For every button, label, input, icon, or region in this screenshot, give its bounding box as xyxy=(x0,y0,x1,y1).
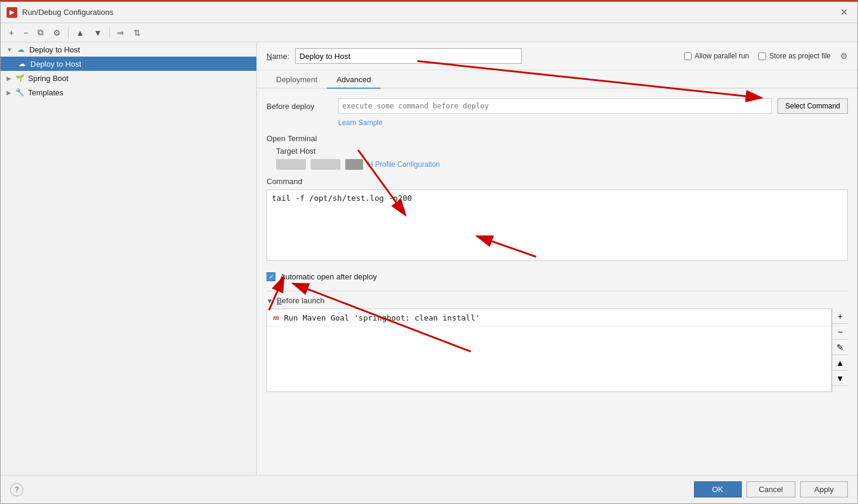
target-host-row: H Profile Configuration xyxy=(276,159,848,170)
separator-1 xyxy=(68,27,69,38)
allow-parallel-run-checkbox[interactable] xyxy=(684,52,692,60)
store-as-project-file-label: Store as project file xyxy=(769,52,831,60)
sidebar-item-label: Deploy to Host xyxy=(29,45,80,54)
sidebar-item-templates-label: Templates xyxy=(28,88,63,97)
tab-deployment[interactable]: Deployment xyxy=(267,70,327,89)
launch-remove-button[interactable]: − xyxy=(832,324,848,340)
remove-button[interactable]: − xyxy=(20,27,32,39)
settings-button[interactable]: ⚙ xyxy=(49,27,64,39)
auto-open-label: Automatic open after deploy xyxy=(280,272,377,281)
store-as-project-file-group: Store as project file xyxy=(758,52,831,60)
copy-button[interactable]: ⧉ xyxy=(34,26,47,39)
before-deploy-row: Before deploy Select Command xyxy=(267,98,848,114)
before-launch-header[interactable]: ▼ Before launch xyxy=(267,291,848,309)
name-label: Name: xyxy=(267,52,289,61)
target-host-label: Target Host xyxy=(276,147,848,155)
toolbar: + − ⧉ ⚙ ▲ ▼ ⇒ ⇅ xyxy=(1,23,857,42)
spring-icon: 🌱 xyxy=(15,73,24,83)
add-button[interactable]: + xyxy=(5,27,17,39)
spring-caret-icon: ▶ xyxy=(7,75,11,82)
separator-2 xyxy=(109,27,110,38)
select-command-button[interactable]: Select Command xyxy=(778,98,848,114)
launch-item-label: Run Maven Goal 'springboot: clean instal… xyxy=(284,313,480,322)
name-input[interactable] xyxy=(295,48,522,64)
tab-advanced[interactable]: Advanced xyxy=(327,70,380,89)
sidebar-item-spring-label: Spring Boot xyxy=(28,74,69,83)
host-chip-1 xyxy=(276,159,306,170)
before-launch-caret-icon: ▼ xyxy=(267,297,273,304)
down-button[interactable]: ▼ xyxy=(90,27,106,39)
run-debug-configurations-dialog: ▶ Run/Debug Configurations ✕ + − ⧉ ⚙ ▲ ▼… xyxy=(0,0,858,504)
launch-up-button[interactable]: ▲ xyxy=(832,355,848,371)
gear-icon[interactable]: ⚙ xyxy=(840,51,848,61)
sort-button[interactable]: ⇅ xyxy=(130,27,144,39)
learn-sample-link[interactable]: Learn Sample xyxy=(338,119,848,127)
templates-icon: 🔧 xyxy=(15,88,24,97)
help-button[interactable]: ? xyxy=(10,483,23,496)
sidebar-item-spring-boot[interactable]: ▶ 🌱 Spring Boot xyxy=(1,71,256,85)
panel-content: Before deploy Select Command Learn Sampl… xyxy=(257,89,857,475)
open-terminal-label: Open Terminal xyxy=(267,134,848,143)
bottom-actions: OK Cancel Apply xyxy=(694,481,848,497)
name-row: Name: Allow parallel run Store as projec… xyxy=(257,42,857,70)
sidebar: ▼ ☁ Deploy to Host ☁ Deploy to Host ▶ 🌱 … xyxy=(1,42,257,475)
launch-list-controls: + − ✎ ▲ ▼ xyxy=(832,309,848,392)
before-launch-section: ▼ Before launch m Run Maven Goal 'spring… xyxy=(267,291,848,392)
name-options: Allow parallel run Store as project file… xyxy=(684,51,848,61)
dialog-title: Run/Debug Configurations xyxy=(22,8,832,17)
bottom-bar: ? OK Cancel Apply xyxy=(1,475,857,503)
launch-add-button[interactable]: + xyxy=(832,309,848,324)
main-content: ▼ ☁ Deploy to Host ☁ Deploy to Host ▶ 🌱 … xyxy=(1,42,857,475)
right-panel: Name: Allow parallel run Store as projec… xyxy=(257,42,857,475)
caret-icon: ▼ xyxy=(7,46,13,53)
launch-list-wrapper: m Run Maven Goal 'springboot: clean inst… xyxy=(267,309,848,392)
app-icon: ▶ xyxy=(7,7,17,18)
sidebar-item-deploy-parent[interactable]: ▼ ☁ Deploy to Host xyxy=(1,42,256,57)
sidebar-item-templates[interactable]: ▶ 🔧 Templates xyxy=(1,85,256,99)
launch-edit-button[interactable]: ✎ xyxy=(832,340,848,355)
launch-down-button[interactable]: ▼ xyxy=(832,371,848,386)
up-button[interactable]: ▲ xyxy=(72,27,88,39)
before-deploy-input[interactable] xyxy=(338,98,772,114)
maven-icon: m xyxy=(273,313,279,322)
deploy-child-icon: ☁ xyxy=(17,59,27,69)
host-chip-3 xyxy=(345,159,363,170)
ok-button[interactable]: OK xyxy=(694,481,742,497)
deploy-icon: ☁ xyxy=(16,45,26,54)
store-as-project-file-checkbox[interactable] xyxy=(758,52,766,60)
host-chip-2 xyxy=(311,159,340,170)
sidebar-item-child-label: Deploy to Host xyxy=(30,60,81,69)
before-launch-list: m Run Maven Goal 'springboot: clean inst… xyxy=(267,309,832,392)
auto-open-checkbox[interactable]: ✓ xyxy=(267,272,275,281)
launch-item: m Run Maven Goal 'springboot: clean inst… xyxy=(267,309,831,326)
apply-button[interactable]: Apply xyxy=(800,481,848,497)
move-button[interactable]: ⇒ xyxy=(113,27,128,39)
command-label: Command xyxy=(267,177,848,186)
command-textarea[interactable] xyxy=(267,189,848,261)
command-section: Command xyxy=(267,177,848,263)
before-deploy-label: Before deploy xyxy=(267,102,332,111)
host-config-link[interactable]: H Profile Configuration xyxy=(368,160,440,169)
cancel-button[interactable]: Cancel xyxy=(747,481,795,497)
templates-caret-icon: ▶ xyxy=(7,89,11,96)
target-host-section: Target Host H Profile Configuration xyxy=(276,147,848,170)
title-bar: ▶ Run/Debug Configurations ✕ xyxy=(1,2,857,23)
sidebar-item-deploy-child[interactable]: ☁ Deploy to Host xyxy=(1,57,256,71)
auto-open-row: ✓ Automatic open after deploy xyxy=(267,272,848,281)
tabs-bar: Deployment Advanced xyxy=(257,70,857,89)
allow-parallel-run-label: Allow parallel run xyxy=(695,52,749,60)
before-launch-label: Before launch xyxy=(277,296,324,305)
allow-parallel-run-group: Allow parallel run xyxy=(684,52,749,60)
close-button[interactable]: ✕ xyxy=(837,5,851,19)
